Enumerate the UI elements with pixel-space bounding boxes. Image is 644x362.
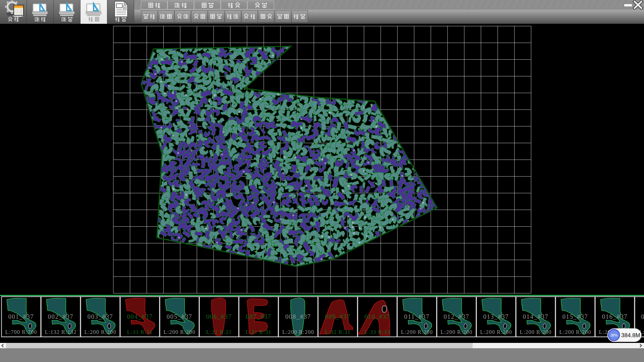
svg-text:L:200 R:200: L:200 R:200: [401, 329, 433, 335]
svg-text:013_#37: 013_#37: [483, 313, 509, 320]
svg-text:0: 0: [641, 313, 644, 320]
svg-text:004_#37: 004_#37: [127, 313, 153, 320]
svg-text:L:32 R:31: L:32 R:31: [325, 329, 351, 335]
svg-text:L:132 R:132: L:132 R:132: [45, 329, 77, 335]
svg-text:L:200 R:200: L:200 R:200: [559, 329, 591, 335]
svg-text:005_#37: 005_#37: [167, 313, 193, 320]
svg-text:L:31 R:31: L:31 R:31: [127, 329, 153, 335]
svg-text:384.8M: 384.8M: [621, 332, 640, 339]
svg-text:L:700 R:700: L:700 R:700: [5, 329, 37, 335]
svg-text:L:33 R:33: L:33 R:33: [365, 329, 390, 335]
svg-text:012_#37: 012_#37: [444, 313, 470, 320]
svg-text:008_#37: 008_#37: [285, 313, 311, 320]
svg-text:009_#37: 009_#37: [325, 313, 351, 320]
svg-text:L:200 R:200: L:200 R:200: [441, 329, 473, 335]
svg-text:010_#37: 010_#37: [365, 313, 390, 320]
svg-text:014_#37: 014_#37: [523, 313, 549, 320]
svg-text:L:31 R:31: L:31 R:31: [246, 329, 271, 335]
svg-text:L:200 R:200: L:200 R:200: [480, 329, 512, 335]
svg-text:001_#37: 001_#37: [8, 313, 34, 320]
svg-text:L:200 R:200: L:200 R:200: [282, 329, 314, 335]
svg-text:L:200 R:200: L:200 R:200: [520, 329, 552, 335]
svg-text:015_#37: 015_#37: [562, 313, 588, 320]
svg-text:006_#37: 006_#37: [206, 313, 232, 320]
svg-text:016_#37: 016_#37: [602, 313, 628, 320]
svg-text:L:200 R:200: L:200 R:200: [85, 329, 116, 335]
svg-text:L:21 R:21: L:21 R:21: [206, 329, 232, 335]
svg-text:38%: 38%: [610, 333, 618, 337]
svg-text:L:200 R:200: L:200 R:200: [164, 329, 196, 335]
svg-text:003_#37: 003_#37: [88, 313, 113, 320]
svg-text:011_#37: 011_#37: [404, 313, 430, 320]
svg-text:007_#37: 007_#37: [246, 313, 272, 320]
svg-text:002_#37: 002_#37: [48, 313, 74, 320]
